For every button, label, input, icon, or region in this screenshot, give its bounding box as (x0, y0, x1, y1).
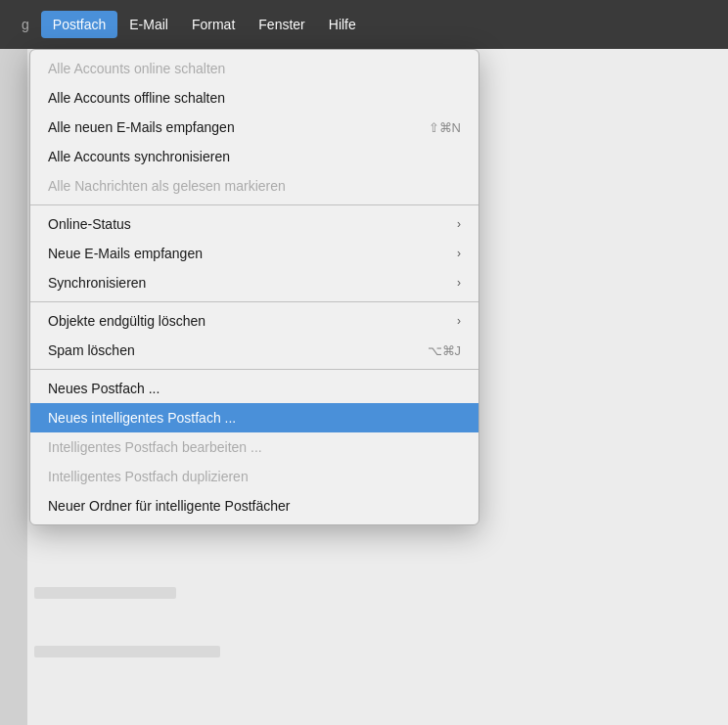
menu-item-g[interactable]: g (10, 11, 41, 38)
menu-item-10[interactable]: Neues Postfach ... (30, 374, 478, 403)
menu-bar: g Postfach E-Mail Format Fenster Hilfe (0, 0, 728, 49)
menu-item-label-1: Alle Accounts offline schalten (48, 90, 225, 106)
bg-line (34, 646, 220, 657)
menu-item-label-9: Spam löschen (48, 342, 135, 358)
menu-item-fenster[interactable]: Fenster (247, 11, 316, 38)
menu-item-label-0: Alle Accounts online schalten (48, 61, 225, 76)
submenu-arrow-icon: › (457, 314, 461, 328)
menu-item-label-10: Neues Postfach ... (48, 381, 159, 396)
menu-item-2[interactable]: Alle neuen E-Mails empfangen⇧⌘N (30, 113, 478, 142)
menu-separator (30, 369, 478, 370)
menu-item-3[interactable]: Alle Accounts synchronisieren (30, 142, 478, 171)
menu-item-13: Intelligentes Postfach duplizieren (30, 462, 478, 491)
menu-item-1[interactable]: Alle Accounts offline schalten (30, 83, 478, 113)
menu-separator (30, 204, 478, 205)
menu-separator (30, 301, 478, 302)
menu-item-postfach[interactable]: Postfach (41, 11, 117, 38)
menu-item-hilfe[interactable]: Hilfe (317, 11, 368, 38)
menu-item-14[interactable]: Neuer Ordner für intelligente Postfächer (30, 491, 478, 521)
submenu-arrow-icon: › (457, 217, 461, 231)
menu-item-11[interactable]: Neues intelligentes Postfach ... (30, 403, 478, 432)
menu-item-label-5: Online-Status (48, 216, 131, 232)
menu-item-0: Alle Accounts online schalten (30, 54, 478, 83)
menu-item-format[interactable]: Format (180, 11, 247, 38)
submenu-arrow-icon: › (457, 247, 461, 260)
menu-item-9[interactable]: Spam löschen⌥⌘J (30, 336, 478, 365)
menu-item-email[interactable]: E-Mail (117, 11, 180, 38)
menu-item-4: Alle Nachrichten als gelesen markieren (30, 171, 478, 201)
menu-item-12: Intelligentes Postfach bearbeiten ... (30, 432, 478, 462)
menu-item-label-3: Alle Accounts synchronisieren (48, 149, 230, 164)
bg-line (34, 587, 176, 599)
menu-item-label-8: Objekte endgültig löschen (48, 313, 205, 329)
shortcut-label-9: ⌥⌘J (428, 343, 462, 358)
shortcut-label-2: ⇧⌘N (429, 120, 461, 135)
menu-item-label-14: Neuer Ordner für intelligente Postfächer (48, 498, 290, 514)
menu-item-label-12: Intelligentes Postfach bearbeiten ... (48, 439, 262, 455)
menu-item-label-4: Alle Nachrichten als gelesen markieren (48, 178, 286, 194)
menu-item-7[interactable]: Synchronisieren› (30, 268, 478, 297)
menu-item-5[interactable]: Online-Status› (30, 209, 478, 239)
menu-item-6[interactable]: Neue E-Mails empfangen› (30, 239, 478, 268)
menu-item-8[interactable]: Objekte endgültig löschen› (30, 306, 478, 336)
menu-item-label-2: Alle neuen E-Mails empfangen (48, 119, 235, 135)
submenu-arrow-icon: › (457, 276, 461, 290)
menu-item-label-6: Neue E-Mails empfangen (48, 246, 203, 261)
menu-item-label-13: Intelligentes Postfach duplizieren (48, 469, 249, 484)
menu-item-label-11: Neues intelligentes Postfach ... (48, 410, 236, 426)
sidebar-bg (0, 49, 27, 725)
dropdown-menu: Alle Accounts online schaltenAlle Accoun… (29, 49, 479, 525)
menu-item-label-7: Synchronisieren (48, 275, 146, 291)
